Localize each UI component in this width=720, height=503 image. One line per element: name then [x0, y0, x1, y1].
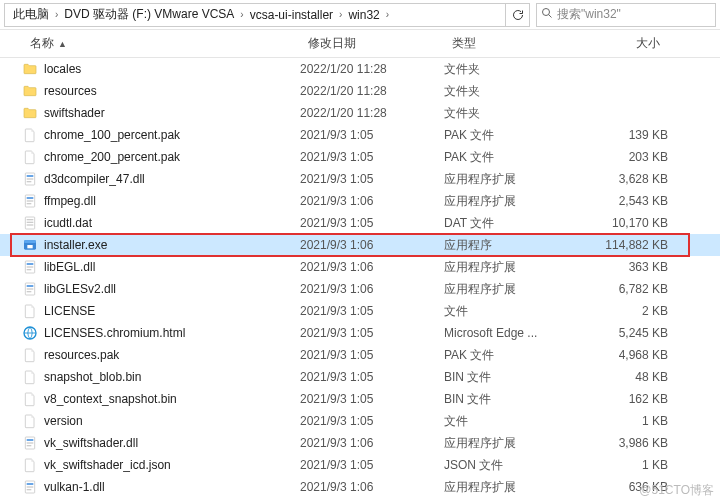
file-type: 文件夹 — [444, 83, 574, 100]
svg-rect-28 — [27, 442, 34, 443]
file-name: version — [44, 414, 83, 428]
file-row[interactable]: icudtl.dat2021/9/3 1:05DAT 文件10,170 KB — [0, 212, 720, 234]
html-icon — [22, 325, 38, 341]
file-size: 3,628 KB — [574, 172, 668, 186]
file-size: 2,543 KB — [574, 194, 668, 208]
file-size: 3,986 KB — [574, 436, 668, 450]
file-name: resources — [44, 84, 97, 98]
refresh-button[interactable] — [506, 3, 530, 27]
breadcrumb-item[interactable]: win32 — [344, 4, 383, 26]
watermark: @51CTO博客 — [639, 482, 714, 499]
file-size: 139 KB — [574, 128, 668, 142]
svg-rect-24 — [27, 291, 32, 292]
file-date: 2022/1/20 11:28 — [300, 62, 444, 76]
file-size: 2 KB — [574, 304, 668, 318]
column-header-label: 类型 — [452, 35, 476, 52]
svg-rect-11 — [27, 219, 34, 220]
file-name: vulkan-1.dll — [44, 480, 105, 494]
file-date: 2021/9/3 1:05 — [300, 216, 444, 230]
file-size: 4,968 KB — [574, 348, 668, 362]
chevron-right-icon: › — [53, 9, 60, 20]
dll-icon — [22, 281, 38, 297]
file-date: 2021/9/3 1:05 — [300, 172, 444, 186]
file-row[interactable]: vk_swiftshader_icd.json2021/9/3 1:05JSON… — [0, 454, 720, 476]
file-date: 2021/9/3 1:05 — [300, 348, 444, 362]
file-size: 1 KB — [574, 414, 668, 428]
file-date: 2022/1/20 11:28 — [300, 84, 444, 98]
file-date: 2021/9/3 1:06 — [300, 238, 444, 252]
file-name: swiftshader — [44, 106, 105, 120]
file-row[interactable]: locales2022/1/20 11:28文件夹 — [0, 58, 720, 80]
file-date: 2021/9/3 1:06 — [300, 194, 444, 208]
column-header-type[interactable]: 类型 — [444, 30, 574, 57]
column-header-label: 修改日期 — [308, 35, 356, 52]
file-type: 文件 — [444, 303, 574, 320]
file-type: BIN 文件 — [444, 369, 574, 386]
file-row[interactable]: resources2022/1/20 11:28文件夹 — [0, 80, 720, 102]
file-name: locales — [44, 62, 81, 76]
file-row[interactable]: libGLESv2.dll2021/9/3 1:06应用程序扩展6,782 KB — [0, 278, 720, 300]
svg-rect-31 — [27, 483, 34, 485]
column-header-label: 名称 — [30, 35, 54, 52]
file-row[interactable]: resources.pak2021/9/3 1:05PAK 文件4,968 KB — [0, 344, 720, 366]
dll-icon — [22, 479, 38, 495]
svg-rect-12 — [27, 222, 34, 223]
svg-rect-33 — [27, 489, 32, 490]
breadcrumb-item[interactable]: vcsa-ui-installer — [246, 4, 337, 26]
file-type: 应用程序扩展 — [444, 193, 574, 210]
search-icon — [541, 7, 553, 22]
file-name: vk_swiftshader.dll — [44, 436, 138, 450]
file-name: ffmpeg.dll — [44, 194, 96, 208]
file-type: BIN 文件 — [444, 391, 574, 408]
file-type: Microsoft Edge ... — [444, 326, 574, 340]
file-row[interactable]: swiftshader2022/1/20 11:28文件夹 — [0, 102, 720, 124]
file-name: icudtl.dat — [44, 216, 92, 230]
file-date: 2022/1/20 11:28 — [300, 106, 444, 120]
file-row[interactable]: ffmpeg.dll2021/9/3 1:06应用程序扩展2,543 KB — [0, 190, 720, 212]
svg-rect-7 — [27, 197, 34, 199]
column-header-label: 大小 — [636, 35, 660, 52]
file-row[interactable]: snapshot_blob.bin2021/9/3 1:05BIN 文件48 K… — [0, 366, 720, 388]
file-date: 2021/9/3 1:06 — [300, 282, 444, 296]
file-size: 10,170 KB — [574, 216, 668, 230]
file-row[interactable]: libEGL.dll2021/9/3 1:06应用程序扩展363 KB — [0, 256, 720, 278]
chevron-right-icon: › — [337, 9, 344, 20]
file-date: 2021/9/3 1:06 — [300, 436, 444, 450]
svg-point-0 — [543, 9, 550, 16]
column-header-date[interactable]: 修改日期 — [300, 30, 444, 57]
search-input[interactable]: 搜索"win32" — [536, 3, 716, 27]
generic-icon — [22, 149, 38, 165]
file-row[interactable]: v8_context_snapshot.bin2021/9/3 1:05BIN … — [0, 388, 720, 410]
svg-rect-8 — [27, 200, 34, 201]
file-row[interactable]: chrome_100_percent.pak2021/9/3 1:05PAK 文… — [0, 124, 720, 146]
file-type: JSON 文件 — [444, 457, 574, 474]
chevron-right-icon: › — [384, 9, 391, 20]
column-header-size[interactable]: 大小 — [574, 30, 668, 57]
file-type: 应用程序扩展 — [444, 435, 574, 452]
file-name: libGLESv2.dll — [44, 282, 116, 296]
svg-rect-19 — [27, 266, 34, 267]
svg-rect-16 — [27, 245, 32, 248]
column-header-name[interactable]: 名称 ▲ — [22, 30, 300, 57]
file-row[interactable]: version2021/9/3 1:05文件1 KB — [0, 410, 720, 432]
file-type: 应用程序扩展 — [444, 281, 574, 298]
svg-rect-5 — [27, 181, 32, 182]
file-date: 2021/9/3 1:06 — [300, 480, 444, 494]
file-row[interactable]: chrome_200_percent.pak2021/9/3 1:05PAK 文… — [0, 146, 720, 168]
file-type: PAK 文件 — [444, 149, 574, 166]
file-row[interactable]: vk_swiftshader.dll2021/9/3 1:06应用程序扩展3,9… — [0, 432, 720, 454]
file-row[interactable]: vulkan-1.dll2021/9/3 1:06应用程序扩展636 KB — [0, 476, 720, 498]
file-row[interactable]: installer.exe2021/9/3 1:06应用程序114,882 KB — [0, 234, 720, 256]
svg-rect-15 — [24, 240, 36, 243]
file-row[interactable]: d3dcompiler_47.dll2021/9/3 1:05应用程序扩展3,6… — [0, 168, 720, 190]
breadcrumb-item[interactable]: DVD 驱动器 (F:) VMware VCSA — [60, 4, 238, 26]
breadcrumb-item[interactable]: 此电脑 — [9, 4, 53, 26]
file-name: snapshot_blob.bin — [44, 370, 141, 384]
file-row[interactable]: LICENSES.chromium.html2021/9/3 1:05Micro… — [0, 322, 720, 344]
folder-icon — [22, 105, 38, 121]
breadcrumb[interactable]: 此电脑›DVD 驱动器 (F:) VMware VCSA›vcsa-ui-ins… — [4, 3, 506, 27]
file-row[interactable]: LICENSE2021/9/3 1:05文件2 KB — [0, 300, 720, 322]
refresh-icon — [512, 9, 524, 21]
generic-icon — [22, 347, 38, 363]
file-date: 2021/9/3 1:05 — [300, 414, 444, 428]
